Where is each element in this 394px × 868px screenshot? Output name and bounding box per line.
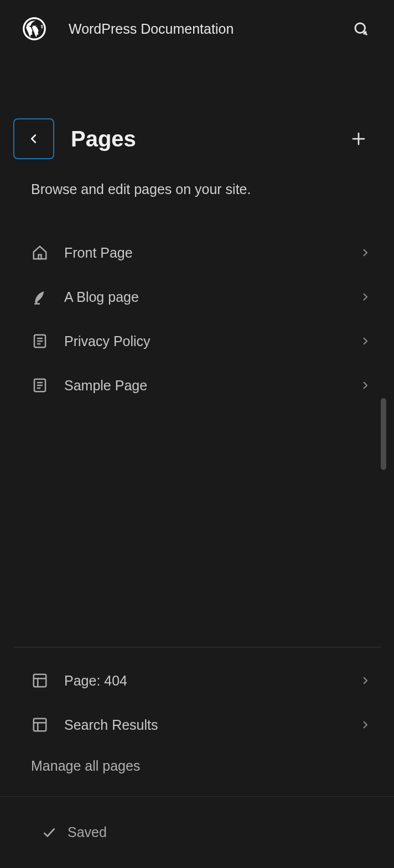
add-page-button[interactable]	[345, 126, 372, 152]
chevron-right-icon	[359, 246, 372, 259]
page-item-privacy-policy[interactable]: Privacy Policy	[31, 319, 372, 363]
page-icon	[31, 377, 49, 394]
svg-rect-17	[34, 674, 46, 687]
template-item-404[interactable]: Page: 404	[31, 658, 372, 703]
search-button[interactable]	[350, 18, 372, 40]
templates-list: Page: 404 Search Results	[0, 647, 394, 747]
page-item-sample-page[interactable]: Sample Page	[31, 363, 372, 407]
search-icon	[352, 20, 369, 37]
pages-list: Front Page A Blog page Privacy Policy	[0, 219, 394, 407]
footer-status-bar: Saved	[0, 797, 394, 868]
quill-icon	[31, 288, 49, 306]
back-button[interactable]	[13, 118, 54, 159]
chevron-right-icon	[359, 379, 372, 392]
chevron-right-icon	[359, 718, 372, 731]
template-item-label: Search Results	[64, 717, 343, 733]
chevron-right-icon	[359, 290, 372, 304]
svg-rect-8	[34, 303, 40, 305]
page-item-label: Sample Page	[64, 378, 343, 394]
svg-rect-7	[39, 255, 42, 259]
page-item-front-page[interactable]: Front Page	[31, 231, 372, 275]
site-title: WordPress Documentation	[69, 21, 350, 37]
page-item-label: Front Page	[64, 245, 343, 261]
scrollbar-thumb[interactable]	[381, 398, 386, 470]
template-item-label: Page: 404	[64, 673, 343, 689]
page-item-blog[interactable]: A Blog page	[31, 275, 372, 319]
page-icon	[31, 332, 49, 350]
chevron-right-icon	[359, 334, 372, 348]
plus-icon	[350, 130, 367, 147]
template-item-search-results[interactable]: Search Results	[31, 703, 372, 747]
layout-icon	[31, 672, 49, 689]
check-icon	[42, 825, 56, 840]
layout-icon	[31, 716, 49, 734]
svg-point-2	[355, 23, 365, 33]
page-item-label: Privacy Policy	[64, 333, 343, 349]
page-item-label: A Blog page	[64, 289, 343, 305]
page-title: Pages	[71, 127, 329, 151]
section-description: Browse and edit pages on your site.	[0, 170, 394, 219]
home-icon	[31, 244, 49, 262]
svg-rect-20	[34, 719, 46, 731]
top-bar: WordPress Documentation	[0, 0, 394, 52]
section-header: Pages	[0, 52, 394, 170]
chevron-left-icon	[28, 133, 40, 145]
wordpress-logo-icon[interactable]	[22, 17, 46, 41]
save-status-label: Saved	[68, 824, 107, 840]
manage-all-pages-link[interactable]: Manage all pages	[0, 747, 394, 796]
chevron-right-icon	[359, 674, 372, 687]
